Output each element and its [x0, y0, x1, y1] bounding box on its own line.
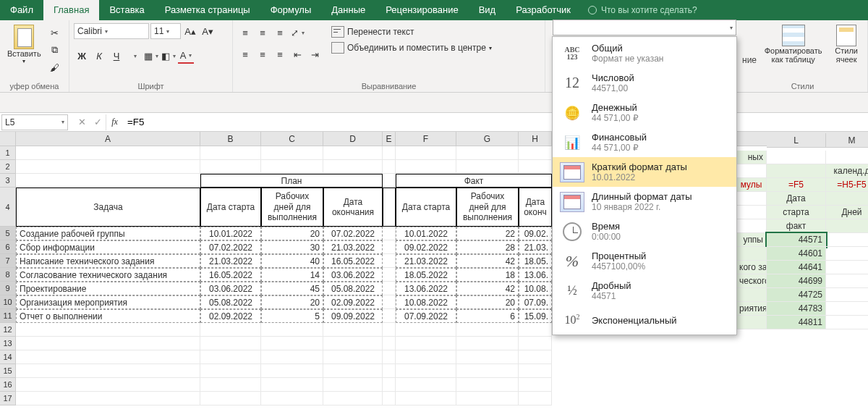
cell[interactable] — [16, 392, 200, 405]
cell[interactable] — [826, 247, 868, 261]
cell[interactable] — [456, 392, 519, 405]
cell[interactable] — [200, 364, 261, 378]
cell[interactable] — [396, 146, 456, 160]
cell[interactable] — [323, 392, 383, 405]
cell[interactable] — [200, 323, 261, 337]
cell[interactable]: 16.05.2022 — [200, 268, 261, 282]
cell[interactable]: План — [200, 174, 383, 188]
cell[interactable] — [383, 146, 396, 160]
select-all-button[interactable] — [0, 132, 16, 146]
cell[interactable] — [383, 227, 396, 240]
paste-button[interactable]: Вставить ▾ — [4, 23, 44, 66]
cell[interactable] — [200, 146, 261, 160]
cell[interactable] — [826, 316, 868, 329]
cell[interactable] — [456, 364, 519, 378]
tab-page-layout[interactable]: Разметка страницы — [155, 0, 260, 20]
number-format-option[interactable]: 🪙Денежный44 571,00 ₽ — [553, 98, 736, 127]
cell[interactable] — [16, 160, 200, 174]
number-format-option[interactable]: Длинный формат даты10 января 2022 г. — [553, 187, 736, 216]
cell[interactable] — [519, 364, 552, 378]
cell[interactable] — [456, 160, 519, 174]
cell[interactable]: 21.03.2022 — [396, 254, 456, 268]
cell[interactable] — [456, 378, 519, 392]
cell[interactable] — [396, 160, 456, 174]
cell[interactable] — [261, 350, 323, 364]
cell[interactable] — [200, 392, 261, 405]
cell[interactable] — [826, 233, 868, 247]
cell[interactable] — [519, 323, 552, 337]
cell[interactable] — [826, 288, 868, 302]
tab-developer[interactable]: Разработчик — [506, 0, 581, 20]
cell[interactable] — [261, 323, 323, 337]
cell[interactable]: 45 — [261, 282, 323, 295]
cell[interactable] — [323, 337, 383, 350]
bold-button[interactable]: Ж — [74, 48, 90, 64]
cell[interactable]: 21.03. — [519, 240, 552, 254]
row-header[interactable]: 14 — [0, 350, 16, 364]
cell[interactable]: Факт — [396, 174, 552, 188]
cell[interactable]: Рабочих дней для выполнения — [261, 188, 323, 227]
align-middle-button[interactable]: ≡ — [255, 25, 271, 41]
cell[interactable]: 05.08.2022 — [323, 282, 383, 295]
cell[interactable] — [261, 160, 323, 174]
number-format-option[interactable]: 📊Финансовый44 571,00 ₽ — [553, 127, 736, 157]
cell[interactable] — [519, 350, 552, 364]
cell[interactable] — [383, 174, 396, 188]
underline-button[interactable]: Ч — [109, 48, 124, 64]
cell[interactable]: Согласование технического задания — [16, 268, 200, 282]
increase-font-button[interactable]: A▴ — [182, 23, 198, 39]
row-header[interactable]: 16 — [0, 378, 16, 392]
number-format-search[interactable]: ▾ — [553, 20, 736, 35]
number-format-option[interactable]: Время0:00:00 — [553, 216, 736, 246]
italic-button[interactable]: К — [91, 48, 107, 64]
cell[interactable]: 18.05.2022 — [396, 268, 456, 282]
cell[interactable] — [519, 378, 552, 392]
decrease-font-button[interactable]: A▾ — [200, 23, 216, 39]
cell[interactable]: 14 — [261, 268, 323, 282]
cell[interactable]: 03.06.2022 — [323, 268, 383, 282]
format-as-table-button[interactable]: Форматировать как таблицу — [760, 23, 827, 65]
row-header[interactable]: 4 — [0, 188, 16, 227]
tell-me-search[interactable]: Что вы хотите сделать? — [581, 0, 705, 20]
cell[interactable] — [383, 309, 396, 323]
cell[interactable]: 18 — [456, 268, 519, 282]
cell[interactable] — [383, 323, 396, 337]
cell[interactable] — [200, 160, 261, 174]
cell[interactable]: 13.06.2022 — [396, 282, 456, 295]
row-header[interactable]: 1 — [0, 146, 16, 160]
cell[interactable]: 5 — [261, 309, 323, 323]
cell[interactable] — [323, 146, 383, 160]
cell[interactable]: 03.06.2022 — [200, 282, 261, 295]
cell[interactable] — [261, 146, 323, 160]
cell[interactable] — [396, 350, 456, 364]
cell[interactable] — [261, 337, 323, 350]
row-header[interactable]: 17 — [0, 392, 16, 405]
cell[interactable]: Написание технического задания — [16, 254, 200, 268]
cell[interactable]: 10.01.2022 — [200, 227, 261, 240]
cell-styles-button[interactable]: Стили ячеек — [830, 23, 863, 65]
cell[interactable]: 02.09.2022 — [323, 295, 383, 309]
col-header[interactable]: B — [200, 132, 261, 146]
cell[interactable] — [383, 295, 396, 309]
cell[interactable] — [383, 378, 396, 392]
cell[interactable] — [323, 350, 383, 364]
cell[interactable]: 30 — [261, 240, 323, 254]
cell[interactable] — [826, 274, 868, 288]
col-header[interactable]: E — [383, 132, 396, 146]
row-header[interactable]: 7 — [0, 254, 16, 268]
cell[interactable]: 20 — [456, 295, 519, 309]
cell[interactable] — [383, 240, 396, 254]
cell[interactable]: 44601 — [767, 247, 826, 261]
row-header[interactable]: 9 — [0, 282, 16, 295]
cell[interactable] — [519, 337, 552, 350]
row-header[interactable]: 13 — [0, 337, 16, 350]
tab-view[interactable]: Вид — [469, 0, 506, 20]
row-header[interactable]: 3 — [0, 174, 16, 188]
cell[interactable]: 10.01.2022 — [396, 227, 456, 240]
tab-insert[interactable]: Вставка — [99, 0, 154, 20]
font-size-combo[interactable]: 11 — [150, 23, 181, 39]
orientation-button[interactable]: ⤢ — [289, 25, 305, 41]
cell[interactable] — [383, 188, 396, 227]
cell[interactable]: 05.08.2022 — [200, 295, 261, 309]
cell[interactable] — [16, 350, 200, 364]
